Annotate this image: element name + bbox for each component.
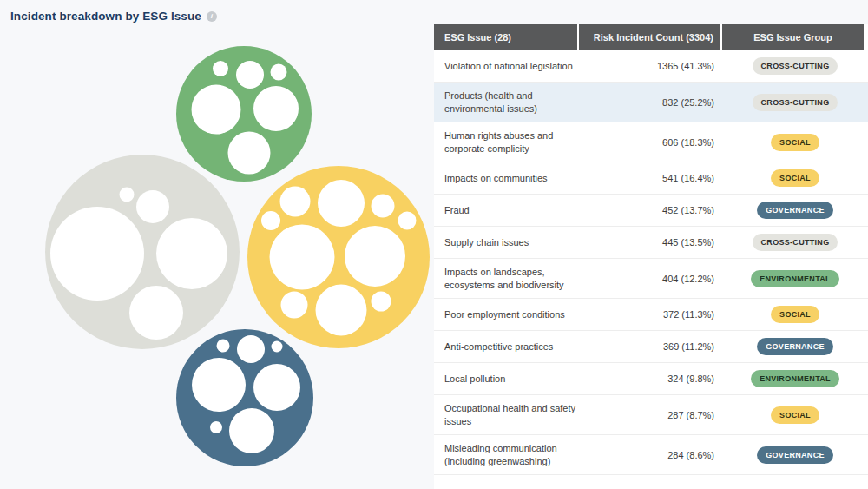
column-header-issue-group[interactable]: ESG Issue Group xyxy=(722,24,864,50)
issue-name: Occupational health and safetyissues xyxy=(434,402,577,428)
issue-name: Violation of national legislation xyxy=(434,60,577,73)
incident-count: 324 (9.8%) xyxy=(577,373,714,384)
issue-name: Anti-competitive practices xyxy=(434,340,577,354)
group-cell: ENVIRONMENTAL xyxy=(714,270,868,287)
issue-bubble[interactable] xyxy=(192,358,246,412)
group-cell: ENVIRONMENTAL xyxy=(714,370,868,387)
issue-bubble[interactable] xyxy=(253,86,299,131)
issue-bubble[interactable] xyxy=(136,190,169,223)
incident-count: 445 (13.5%) xyxy=(577,237,714,248)
group-badge: SOCIAL xyxy=(771,306,819,323)
table-row[interactable]: Violation of national legislation 1365 (… xyxy=(434,50,868,83)
issue-name: Impacts on landscapes,ecosystems and bio… xyxy=(434,266,577,292)
issue-bubble[interactable] xyxy=(253,364,300,411)
group-cell: CROSS-CUTTING xyxy=(714,94,868,111)
issue-name: Fraud xyxy=(434,204,577,217)
table-row[interactable]: Supply chain issues 445 (13.5%) CROSS-CU… xyxy=(434,227,868,259)
issue-name: Supply chain issues xyxy=(434,236,577,249)
group-cell: GOVERNANCE xyxy=(714,338,868,355)
table-row[interactable]: Fraud 452 (13.7%) GOVERNANCE xyxy=(434,195,868,227)
issue-name: Local pollution xyxy=(434,373,577,386)
info-icon[interactable]: i xyxy=(207,11,217,22)
group-badge: CROSS-CUTTING xyxy=(753,94,838,111)
table-row[interactable]: Occupational health and safetyissues 287… xyxy=(434,395,868,435)
incident-count: 606 (18.3%) xyxy=(577,137,714,148)
issue-bubble[interactable] xyxy=(213,61,228,76)
table-row[interactable]: Impacts on communities 541 (16.4%) SOCIA… xyxy=(434,162,868,195)
group-cell: GOVERNANCE xyxy=(714,446,868,464)
incident-count: 541 (16.4%) xyxy=(577,173,714,183)
incident-count: 1365 (41.3%) xyxy=(577,61,714,71)
issue-bubble[interactable] xyxy=(345,226,405,287)
issue-bubble[interactable] xyxy=(316,285,367,336)
panel-header: Incident breakdown by ESG Issue i xyxy=(10,10,217,23)
issue-bubble[interactable] xyxy=(281,292,308,319)
group-badge: GOVERNANCE xyxy=(757,202,833,219)
issue-bubble[interactable] xyxy=(192,85,241,135)
group-badge: CROSS-CUTTING xyxy=(753,57,838,75)
table-row[interactable]: Anti-competitive practices 369 (11.2%) G… xyxy=(434,331,868,363)
group-cell: CROSS-CUTTING xyxy=(714,57,868,75)
issue-bubble[interactable] xyxy=(120,188,135,202)
table-row[interactable]: Impacts on landscapes,ecosystems and bio… xyxy=(434,259,868,299)
issue-bubble[interactable] xyxy=(272,341,283,353)
issue-name: Impacts on communities xyxy=(434,172,577,185)
group-cell: GOVERNANCE xyxy=(714,202,868,219)
issue-bubble[interactable] xyxy=(156,218,227,289)
table-row[interactable]: Local pollution 324 (9.8%) ENVIRONMENTAL xyxy=(434,363,868,395)
issue-bubble[interactable] xyxy=(50,207,144,301)
column-header-esg-issue[interactable]: ESG Issue (28) xyxy=(434,24,577,50)
issue-bubble[interactable] xyxy=(217,340,230,353)
group-badge: CROSS-CUTTING xyxy=(753,234,838,251)
issue-name: Poor employment conditions xyxy=(434,308,577,321)
issue-bubble[interactable] xyxy=(237,335,265,363)
group-badge: SOCIAL xyxy=(771,169,819,187)
table-row[interactable]: Poor employment conditions 372 (11.3%) S… xyxy=(434,299,868,331)
group-badge: GOVERNANCE xyxy=(757,338,833,355)
group-badge: ENVIRONMENTAL xyxy=(751,270,839,287)
incident-count: 404 (12.2%) xyxy=(577,274,714,284)
page-title: Incident breakdown by ESG Issue xyxy=(10,10,201,23)
table-header-row: ESG Issue (28) Risk Incident Count (3304… xyxy=(434,24,868,50)
column-header-incident-count[interactable]: Risk Incident Count (3304) xyxy=(579,24,720,50)
issue-bubble[interactable] xyxy=(280,187,311,217)
incident-count: 372 (11.3%) xyxy=(577,309,714,320)
issue-name: Misleading communication(including green… xyxy=(434,442,577,468)
issue-bubble[interactable] xyxy=(318,180,365,227)
group-cell: SOCIAL xyxy=(714,169,868,187)
incident-count: 832 (25.2%) xyxy=(577,97,714,108)
esg-issue-table: ESG Issue (28) Risk Incident Count (3304… xyxy=(434,24,868,489)
group-badge: SOCIAL xyxy=(771,134,819,151)
bubble-chart xyxy=(0,0,434,489)
group-cell: CROSS-CUTTING xyxy=(714,234,868,251)
group-badge: ENVIRONMENTAL xyxy=(751,370,839,387)
issue-bubble[interactable] xyxy=(210,421,222,433)
group-cell: SOCIAL xyxy=(714,406,868,424)
group-cell: SOCIAL xyxy=(714,306,868,323)
issue-name: Products (health andenvironmental issues… xyxy=(434,89,577,116)
issue-name: Human rights abuses andcorporate complic… xyxy=(434,129,577,155)
table-row[interactable]: Misleading communication(including green… xyxy=(434,435,868,475)
incident-count: 287 (8.7%) xyxy=(577,410,714,420)
incident-count: 284 (8.6%) xyxy=(577,450,714,460)
issue-bubble[interactable] xyxy=(271,64,287,81)
issue-bubble[interactable] xyxy=(270,225,335,290)
group-cell: SOCIAL xyxy=(714,134,868,151)
issue-bubble[interactable] xyxy=(398,212,417,230)
table-row[interactable]: Human rights abuses andcorporate complic… xyxy=(434,122,868,162)
issue-bubble[interactable] xyxy=(129,286,183,340)
table-row[interactable]: Products (health andenvironmental issues… xyxy=(434,83,868,122)
group-badge: SOCIAL xyxy=(771,406,819,424)
group-badge: GOVERNANCE xyxy=(757,446,833,464)
incident-count: 369 (11.2%) xyxy=(577,341,714,352)
issue-bubble[interactable] xyxy=(228,132,271,175)
issue-bubble[interactable] xyxy=(236,61,264,89)
issue-bubble[interactable] xyxy=(261,211,280,230)
issue-bubble[interactable] xyxy=(372,195,395,218)
issue-bubble[interactable] xyxy=(372,292,391,312)
issue-bubble[interactable] xyxy=(229,408,274,453)
incident-count: 452 (13.7%) xyxy=(577,205,714,215)
